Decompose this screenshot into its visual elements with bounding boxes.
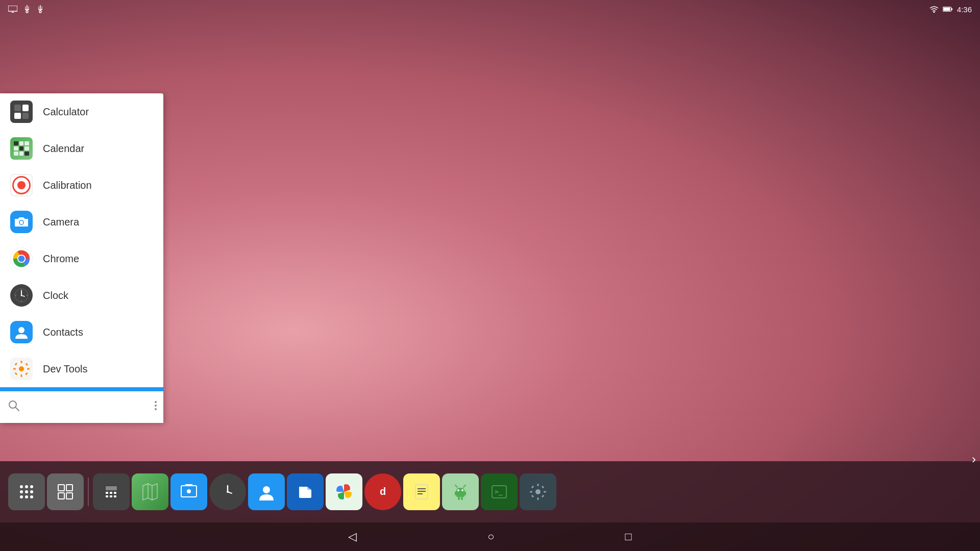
svg-point-3 bbox=[26, 11, 28, 13]
svg-line-79 bbox=[463, 485, 465, 487]
search-icon[interactable] bbox=[8, 400, 19, 414]
recent-button[interactable]: □ bbox=[621, 526, 636, 547]
svg-rect-30 bbox=[26, 363, 29, 366]
svg-point-4 bbox=[39, 11, 41, 13]
svg-point-76 bbox=[457, 489, 459, 491]
app-item-camera[interactable]: Camera bbox=[0, 204, 163, 240]
app-item-calculator[interactable]: Calculator bbox=[0, 93, 163, 130]
svg-rect-57 bbox=[110, 495, 112, 497]
app-item-chrome[interactable]: Chrome bbox=[0, 240, 163, 277]
svg-rect-49 bbox=[58, 493, 64, 499]
taskbar-android-icon[interactable] bbox=[442, 473, 479, 510]
svg-rect-47 bbox=[58, 485, 64, 491]
svg-point-10 bbox=[20, 221, 23, 224]
devtools-label: Dev Tools bbox=[43, 363, 87, 375]
svg-rect-80 bbox=[455, 491, 457, 495]
taskbar-photos-icon[interactable] bbox=[326, 473, 362, 510]
status-bar-left bbox=[8, 5, 44, 13]
svg-point-18 bbox=[21, 295, 22, 296]
svg-rect-25 bbox=[21, 361, 22, 363]
svg-rect-83 bbox=[461, 497, 463, 500]
svg-rect-87 bbox=[537, 484, 539, 486]
svg-point-23 bbox=[18, 327, 24, 333]
camera-label: Camera bbox=[43, 216, 79, 228]
svg-point-35 bbox=[155, 401, 157, 403]
svg-point-45 bbox=[25, 495, 28, 498]
svg-point-46 bbox=[30, 495, 33, 498]
taskbar-clock-icon[interactable] bbox=[209, 473, 246, 510]
svg-rect-56 bbox=[106, 495, 108, 497]
taskbar-notes-icon[interactable] bbox=[403, 473, 440, 510]
calibration-label: Calibration bbox=[43, 180, 92, 191]
svg-rect-29 bbox=[14, 363, 17, 366]
taskbar-music-icon[interactable]: d bbox=[364, 473, 401, 510]
svg-text:d: d bbox=[380, 486, 386, 497]
chrome-icon bbox=[10, 247, 33, 270]
taskbar-divider1 bbox=[88, 478, 89, 506]
svg-rect-82 bbox=[458, 497, 460, 500]
svg-rect-26 bbox=[21, 374, 22, 377]
taskbar-files-icon[interactable] bbox=[287, 473, 324, 510]
svg-point-24 bbox=[19, 366, 24, 371]
svg-point-77 bbox=[461, 489, 463, 491]
svg-point-69 bbox=[263, 486, 270, 493]
svg-point-86 bbox=[535, 489, 541, 494]
svg-rect-50 bbox=[66, 493, 72, 499]
back-button[interactable]: ◁ bbox=[344, 526, 361, 547]
battery-icon bbox=[943, 6, 953, 12]
calendar-icon bbox=[10, 137, 33, 160]
calibration-icon bbox=[10, 174, 33, 196]
calculator-label: Calculator bbox=[43, 106, 89, 118]
calendar-label: Calendar bbox=[43, 143, 84, 155]
svg-point-44 bbox=[20, 495, 23, 498]
svg-rect-0 bbox=[8, 6, 17, 11]
taskbar-settings-icon[interactable] bbox=[520, 473, 556, 510]
svg-point-40 bbox=[30, 485, 33, 488]
taskbar-screenshot-icon[interactable] bbox=[170, 473, 207, 510]
chrome-label: Chrome bbox=[43, 253, 79, 265]
svg-point-68 bbox=[227, 491, 229, 493]
svg-line-34 bbox=[15, 407, 19, 411]
svg-line-78 bbox=[455, 485, 457, 487]
svg-rect-89 bbox=[530, 491, 532, 493]
usb-icon2 bbox=[37, 5, 44, 13]
drawer-menu-button[interactable] bbox=[150, 400, 161, 414]
taskbar-terminal-icon[interactable]: >_ bbox=[481, 473, 518, 510]
svg-rect-81 bbox=[464, 491, 466, 495]
status-bar: 4:36 bbox=[0, 0, 980, 18]
drawer-search bbox=[0, 390, 163, 423]
home-button[interactable]: ○ bbox=[483, 526, 498, 547]
svg-rect-58 bbox=[114, 495, 116, 497]
app-drawer: Calculator Calendar bbox=[0, 93, 163, 423]
svg-rect-90 bbox=[544, 491, 546, 493]
svg-rect-91 bbox=[531, 486, 534, 489]
taskbar-grid-icon[interactable] bbox=[47, 473, 84, 510]
app-item-contacts[interactable]: Contacts bbox=[0, 314, 163, 350]
svg-marker-59 bbox=[143, 484, 157, 500]
svg-rect-88 bbox=[537, 497, 539, 500]
app-item-clock[interactable]: Clock bbox=[0, 277, 163, 314]
app-item-calibration[interactable]: Calibration bbox=[0, 167, 163, 204]
devtools-icon bbox=[10, 358, 33, 380]
app-item-devtools[interactable]: Dev Tools bbox=[0, 350, 163, 387]
status-bar-right: 4:36 bbox=[929, 5, 972, 14]
search-input[interactable] bbox=[26, 402, 144, 413]
svg-rect-32 bbox=[25, 372, 28, 375]
taskbar-apps-icon[interactable] bbox=[8, 473, 45, 510]
svg-rect-28 bbox=[27, 368, 30, 370]
taskbar-calculator-icon[interactable] bbox=[93, 473, 130, 510]
app-item-calendar[interactable]: Calendar bbox=[0, 130, 163, 167]
taskbar: d >_ bbox=[0, 461, 980, 522]
usb-icon bbox=[23, 5, 31, 13]
svg-point-13 bbox=[18, 256, 25, 262]
taskbar-maps-icon[interactable] bbox=[132, 473, 168, 510]
edge-arrow[interactable]: › bbox=[968, 444, 980, 474]
svg-rect-27 bbox=[13, 368, 16, 370]
svg-rect-8 bbox=[943, 8, 950, 11]
svg-point-37 bbox=[155, 408, 157, 410]
calculator-icon bbox=[10, 101, 33, 123]
taskbar-contacts-icon[interactable] bbox=[248, 473, 285, 510]
time-display: 4:36 bbox=[957, 5, 972, 14]
svg-text:>_: >_ bbox=[495, 488, 503, 496]
clock-icon bbox=[10, 284, 33, 307]
